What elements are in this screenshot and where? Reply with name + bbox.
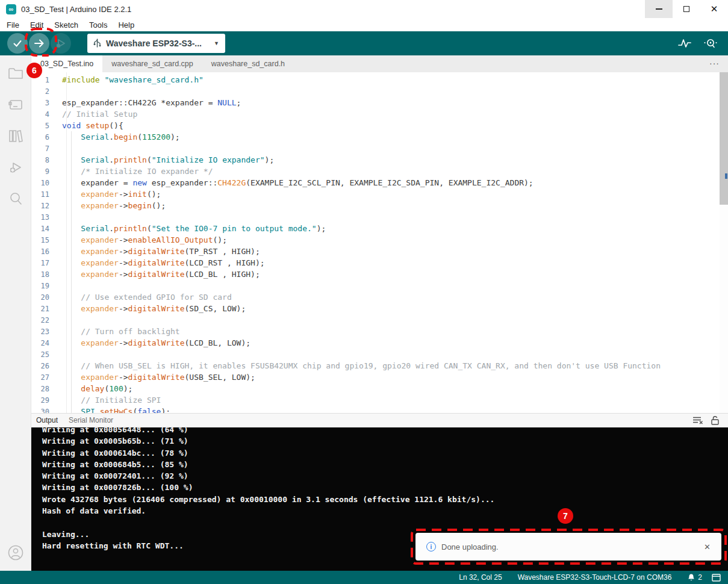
check-icon xyxy=(12,38,23,49)
board-icon xyxy=(8,98,23,111)
maximize-button[interactable] xyxy=(673,0,700,18)
window-title: 03_SD_Test | Arduino IDE 2.2.1 xyxy=(21,5,131,14)
console-line: Writing at 0x00056448... (64 %) xyxy=(42,427,728,435)
code-line: 10 expander = new esp_expander::CH422G(E… xyxy=(31,177,728,188)
output-panel-header: Output Serial Monitor xyxy=(31,413,728,427)
tab-waveshare-sd-card-cpp[interactable]: waveshare_sd_card.cpp xyxy=(102,55,202,72)
step-6-badge: 6 xyxy=(26,63,42,78)
board-selector[interactable]: Waveshare ESP32-S3-... ▼ xyxy=(87,34,225,53)
line-number: 6 xyxy=(31,132,58,143)
line-number: 16 xyxy=(31,246,58,258)
line-number: 19 xyxy=(31,281,58,292)
tab-waveshare-sd-card-h[interactable]: waveshare_sd_card.h xyxy=(202,55,294,72)
editor-scrollbar[interactable] xyxy=(720,72,728,413)
board-selector-value: Waveshare ESP32-S3-... xyxy=(106,39,202,48)
serial-monitor-icon[interactable] xyxy=(703,37,718,49)
line-number: 13 xyxy=(31,212,58,223)
code-line: 25 xyxy=(31,349,728,360)
line-number: 28 xyxy=(31,384,58,395)
console-line: Writing at 0x000614bc... (78 %) xyxy=(42,447,728,459)
panel-icon xyxy=(712,574,721,582)
sidebar-item-library-manager[interactable] xyxy=(5,125,26,147)
code-line: 2 xyxy=(31,85,728,97)
status-bar: Ln 32, Col 25 Waveshare ESP32-S3-Touch-L… xyxy=(0,571,728,584)
serial-plotter-icon[interactable] xyxy=(677,37,692,49)
title-bar: ∞ 03_SD_Test | Arduino IDE 2.2.1 ✕ xyxy=(0,0,728,18)
books-icon xyxy=(8,129,23,143)
menu-help[interactable]: Help xyxy=(113,20,140,30)
code-line: 15 expander->enableAllIO_Output(); xyxy=(31,234,728,246)
unlock-icon[interactable] xyxy=(711,415,720,425)
notifications-button[interactable]: 2 xyxy=(687,573,702,582)
board-port-status[interactable]: Waveshare ESP32-S3-Touch-LCD-7 on COM36 xyxy=(518,573,672,582)
sidebar-item-boards-manager[interactable] xyxy=(5,94,26,116)
clear-output-icon[interactable] xyxy=(692,416,703,424)
menu-tools[interactable]: Tools xyxy=(84,20,113,30)
toolbar: Waveshare ESP32-S3-... ▼ xyxy=(0,31,728,55)
arduino-app-icon: ∞ xyxy=(6,4,16,14)
console-line: Writing at 0x000684b5... (85 %) xyxy=(42,459,728,470)
line-number: 3 xyxy=(31,98,58,109)
code-line: 28 delay(100); xyxy=(31,383,728,394)
code-line: 1#include "waveshare_sd_card.h" xyxy=(31,74,728,85)
tab-output[interactable]: Output xyxy=(36,416,58,424)
console-line: Writing at 0x0005b65b... (71 %) xyxy=(42,435,728,447)
console-line xyxy=(42,517,728,528)
sidebar-item-search[interactable] xyxy=(5,188,26,210)
line-number: 21 xyxy=(31,303,58,315)
line-number: 14 xyxy=(31,223,58,235)
account-icon xyxy=(7,544,25,562)
editor-tab-strip: 03_SD_Test.inowaveshare_sd_card.cppwaves… xyxy=(31,55,728,72)
line-number: 23 xyxy=(31,326,58,338)
line-number: 29 xyxy=(31,395,58,406)
scrollbar-thumb[interactable] xyxy=(720,72,728,205)
line-number: 30 xyxy=(31,406,58,413)
line-number: 8 xyxy=(31,155,58,166)
line-number: 12 xyxy=(31,200,58,212)
code-line: 22 xyxy=(31,314,728,326)
search-icon xyxy=(8,191,23,206)
line-number: 5 xyxy=(31,120,58,132)
sidebar-item-account[interactable] xyxy=(5,542,26,564)
more-actions-button[interactable]: ··· xyxy=(709,55,720,71)
code-line: 23 // Turn off backlight xyxy=(31,326,728,337)
code-line: 21 expander->digitalWrite(SD_CS, LOW); xyxy=(31,303,728,314)
code-line: 14 Serial.println("Set the IO0-7 pin to … xyxy=(31,223,728,234)
code-line: 4// Initial Setup xyxy=(31,108,728,120)
cursor-position[interactable]: Ln 32, Col 25 xyxy=(459,573,502,582)
line-number: 4 xyxy=(31,109,58,120)
line-number: 26 xyxy=(31,361,58,372)
console-line: Wrote 432768 bytes (216406 compressed) a… xyxy=(42,494,728,505)
menu-file[interactable]: File xyxy=(1,20,25,30)
line-number: 15 xyxy=(31,235,58,246)
code-line: 30 SPI.setHwCs(false); xyxy=(31,406,728,413)
arduino-ide-window: ∞ 03_SD_Test | Arduino IDE 2.2.1 ✕ FileE… xyxy=(0,0,728,584)
chevron-down-icon: ▼ xyxy=(214,40,219,46)
code-line: 12 expander->begin(); xyxy=(31,200,728,211)
code-line: 17 expander->digitalWrite(LCD_RST , HIGH… xyxy=(31,257,728,269)
sidebar-item-sketchbook[interactable] xyxy=(5,63,26,84)
activity-bar xyxy=(0,55,31,571)
code-line: 24 expander->digitalWrite(LCD_BL, LOW); xyxy=(31,337,728,349)
step-7-badge: 7 xyxy=(558,508,573,524)
console-line: Hash of data verified. xyxy=(42,505,728,517)
minimize-button[interactable] xyxy=(645,0,673,18)
toggle-panel-button[interactable] xyxy=(712,574,721,582)
code-line: 13 xyxy=(31,211,728,223)
close-button[interactable]: ✕ xyxy=(700,0,728,18)
code-line: 18 expander->digitalWrite(LCD_BL , HIGH)… xyxy=(31,269,728,280)
code-line: 26 // When USB_SEL is HIGH, it enables F… xyxy=(31,360,728,371)
code-editor[interactable]: 1#include "waveshare_sd_card.h"23esp_exp… xyxy=(31,72,728,413)
debug-icon xyxy=(8,160,23,175)
code-line: 16 expander->digitalWrite(TP_RST , HIGH)… xyxy=(31,246,728,257)
console-line: Writing at 0x0007826b... (100 %) xyxy=(42,482,728,493)
line-number: 10 xyxy=(31,178,58,189)
tab-serial-monitor[interactable]: Serial Monitor xyxy=(69,416,113,424)
notification-count: 2 xyxy=(698,573,702,582)
line-number: 18 xyxy=(31,269,58,281)
sidebar-item-debug[interactable] xyxy=(5,157,26,178)
line-number: 20 xyxy=(31,292,58,303)
line-number: 17 xyxy=(31,258,58,269)
scrollbar-decoration xyxy=(725,173,727,179)
console-line: Writing at 0x00072401... (92 %) xyxy=(42,470,728,482)
